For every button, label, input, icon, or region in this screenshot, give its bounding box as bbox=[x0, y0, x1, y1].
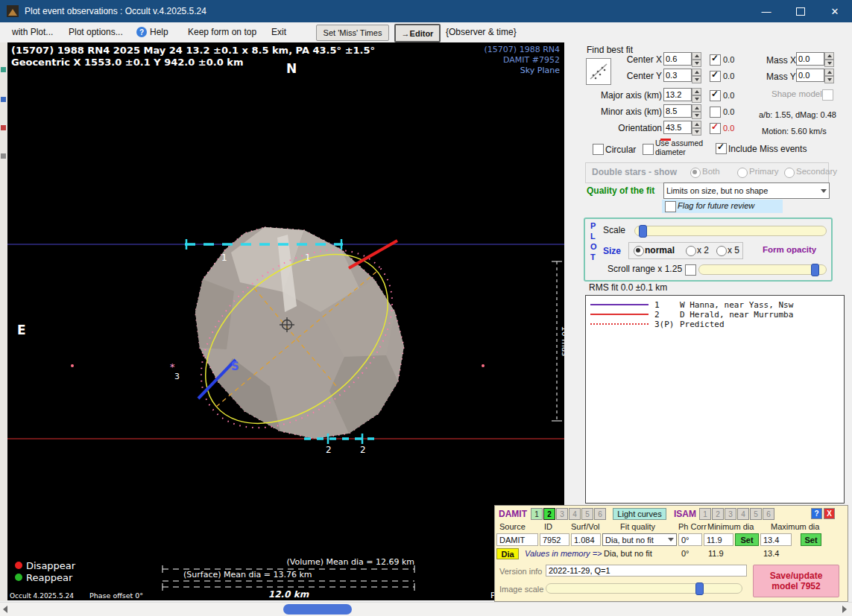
double-secondary-radio[interactable] bbox=[784, 168, 795, 178]
scrollbar-thumb[interactable] bbox=[283, 604, 352, 615]
isam-tab-1[interactable]: 1 bbox=[699, 508, 711, 520]
isam-tab-6[interactable]: 6 bbox=[763, 508, 774, 520]
max-dia-set-button[interactable]: Set bbox=[801, 533, 821, 546]
center-x-err-checkbox[interactable] bbox=[710, 54, 721, 66]
center-x-input[interactable] bbox=[663, 52, 692, 66]
menu-with-plot[interactable]: with Plot... bbox=[12, 22, 53, 42]
menu-help[interactable]: Help bbox=[150, 22, 168, 42]
horizontal-scrollbar[interactable] bbox=[0, 602, 852, 616]
minor-err-checkbox[interactable] bbox=[710, 107, 721, 118]
double-both-radio[interactable] bbox=[690, 168, 701, 178]
reappear-label: Reappear bbox=[26, 572, 73, 583]
scale-slider-thumb[interactable] bbox=[639, 225, 647, 238]
use-assumed-checkbox[interactable] bbox=[643, 144, 654, 155]
include-miss-label: Include Miss events bbox=[728, 144, 807, 154]
plot-letter-t: T bbox=[590, 253, 596, 261]
size-normal-radio[interactable] bbox=[634, 246, 644, 256]
form-opacity-slider[interactable] bbox=[698, 264, 827, 275]
maximize-button[interactable] bbox=[783, 0, 818, 22]
image-scale-slider-thumb[interactable] bbox=[695, 582, 704, 595]
plot-options-groupbox: P L O T Scale Size normal x 2 x 5 Form o… bbox=[584, 217, 833, 282]
menu-keep-form-on-top[interactable]: Keep form on top bbox=[188, 22, 256, 42]
obs1-name: W Hanna, near Yass, Nsw bbox=[680, 300, 793, 310]
mass-x-spinner[interactable] bbox=[796, 52, 834, 67]
observation-row[interactable]: 2 D Herald, near Murrumba bbox=[586, 310, 844, 320]
dia-button[interactable]: Dia bbox=[496, 548, 519, 559]
scroll-range-checkbox[interactable] bbox=[685, 264, 696, 276]
edge-mark bbox=[1, 125, 6, 130]
quality-combo[interactable]: Limits on size, but no shape bbox=[663, 182, 830, 199]
mass-y-spin-buttons[interactable] bbox=[824, 69, 834, 83]
ph-corr-cell[interactable]: 0° bbox=[678, 533, 702, 546]
size-x5-radio[interactable] bbox=[716, 246, 727, 256]
min-dia-cell: 11.9 bbox=[704, 533, 733, 546]
mass-y-spinner[interactable] bbox=[796, 69, 834, 83]
observation-row[interactable]: 3(P) Predicted bbox=[586, 320, 844, 329]
min-dia-set-button[interactable]: Set bbox=[735, 533, 759, 546]
image-scale-slider[interactable] bbox=[546, 583, 742, 594]
form-opacity-slider-thumb[interactable] bbox=[811, 264, 819, 276]
major-axis-spin-buttons[interactable] bbox=[692, 88, 701, 103]
light-curves-button[interactable]: Light curves bbox=[613, 508, 666, 520]
corner-skyplane-label: Sky Plane bbox=[520, 66, 560, 75]
isam-tab-3[interactable]: 3 bbox=[725, 508, 736, 520]
mass-x-spin-buttons[interactable] bbox=[824, 52, 834, 67]
close-button[interactable]: ✕ bbox=[818, 0, 852, 22]
orientation-err-checkbox[interactable] bbox=[710, 123, 721, 134]
center-y-spinner[interactable] bbox=[663, 69, 701, 83]
version-info-input[interactable] bbox=[546, 565, 747, 577]
scroll-right-arrow[interactable] bbox=[842, 606, 847, 613]
scroll-left-arrow[interactable] bbox=[3, 606, 7, 613]
major-axis-spinner[interactable] bbox=[663, 88, 701, 103]
mass-y-input[interactable] bbox=[796, 69, 824, 82]
include-miss-checkbox[interactable] bbox=[716, 143, 727, 154]
mass-x-label: Mass X bbox=[766, 55, 796, 66]
col-surfvol: Surf/Vol bbox=[571, 522, 600, 531]
isam-tab-4[interactable]: 4 bbox=[737, 508, 749, 520]
circular-checkbox[interactable] bbox=[593, 144, 604, 155]
help-icon: ? bbox=[136, 27, 147, 37]
editor-button[interactable]: →Editor bbox=[394, 24, 441, 42]
orientation-spin-buttons[interactable] bbox=[692, 121, 701, 136]
isam-tab-5[interactable]: 5 bbox=[750, 508, 762, 520]
flag-review-strip: Flag for future review bbox=[662, 200, 783, 213]
center-y-err-checkbox[interactable] bbox=[710, 71, 721, 82]
damit-help-button[interactable]: ? bbox=[811, 508, 822, 519]
damit-tab-6[interactable]: 6 bbox=[594, 508, 606, 520]
damit-tab-1[interactable]: 1 bbox=[531, 508, 543, 520]
save-update-model-button[interactable]: Save/update model 7952 bbox=[753, 565, 839, 597]
damit-tab-4[interactable]: 4 bbox=[569, 508, 581, 520]
center-y-err: 0.0 bbox=[723, 72, 734, 80]
center-x-spin-buttons[interactable] bbox=[692, 52, 701, 67]
orientation-spinner[interactable] bbox=[663, 121, 701, 136]
damit-tab-5[interactable]: 5 bbox=[581, 508, 593, 520]
fit-quality-combo[interactable]: Dia, but no fit bbox=[602, 533, 677, 546]
observations-listbox[interactable]: 1 W Hanna, near Yass, Nsw 2 D Herald, ne… bbox=[585, 295, 845, 504]
observation-row[interactable]: 1 W Hanna, near Yass, Nsw bbox=[586, 300, 844, 310]
damit-close-button[interactable]: X bbox=[824, 508, 835, 519]
double-primary-radio[interactable] bbox=[737, 168, 748, 178]
flag-review-checkbox[interactable] bbox=[665, 201, 676, 212]
set-miss-times-button[interactable]: Set 'Miss' Times bbox=[316, 25, 389, 41]
minor-axis-spin-buttons[interactable] bbox=[692, 104, 701, 119]
minimize-button[interactable]: — bbox=[749, 0, 783, 22]
minor-axis-spinner[interactable] bbox=[663, 104, 701, 119]
minor-axis-input[interactable] bbox=[663, 104, 692, 118]
double-primary-label: Primary bbox=[749, 167, 779, 176]
center-y-input[interactable] bbox=[663, 69, 692, 82]
mass-x-input[interactable] bbox=[796, 52, 824, 66]
center-y-spin-buttons[interactable] bbox=[692, 69, 701, 83]
plot-area[interactable]: 1 1 2 2 S * 3 bbox=[7, 42, 564, 600]
damit-tab-3[interactable]: 3 bbox=[556, 508, 568, 520]
size-x2-radio[interactable] bbox=[686, 246, 696, 256]
damit-tab-2[interactable]: 2 bbox=[543, 508, 555, 520]
shape-model-checkbox[interactable] bbox=[822, 89, 833, 101]
scale-slider[interactable] bbox=[634, 226, 827, 236]
major-err-checkbox[interactable] bbox=[710, 90, 721, 101]
menu-exit[interactable]: Exit bbox=[271, 22, 286, 42]
isam-tab-2[interactable]: 2 bbox=[712, 508, 724, 520]
menu-plot-options[interactable]: Plot options... bbox=[69, 22, 123, 42]
major-axis-input[interactable] bbox=[663, 88, 692, 101]
orientation-input[interactable] bbox=[663, 121, 692, 134]
center-x-spinner[interactable] bbox=[663, 52, 701, 67]
